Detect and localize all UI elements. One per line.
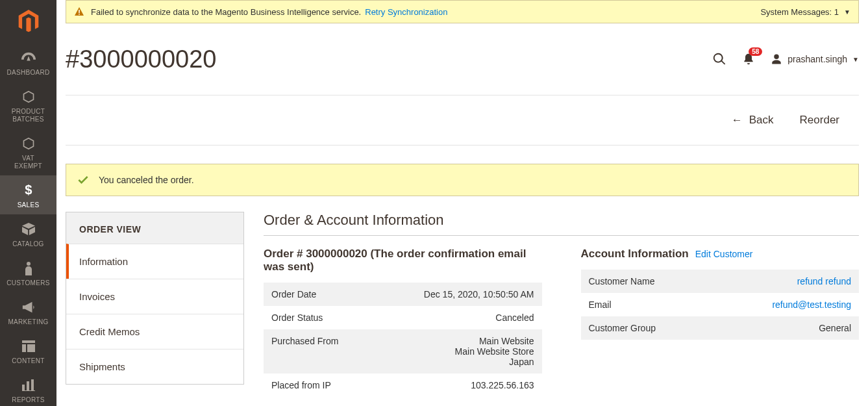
user-menu[interactable]: prashant.singh ▼ [771,53,859,65]
magento-logo[interactable] [0,0,56,43]
order-tab-invoices[interactable]: Invoices [66,279,243,314]
svg-rect-7 [31,379,34,391]
bars-icon [0,376,56,394]
chevron-down-icon: ▼ [852,56,859,63]
svg-rect-2 [22,340,35,343]
order-view-panel: ORDER VIEW InformationInvoicesCredit Mem… [66,212,244,385]
row-value: 103.225.56.163 [471,380,534,390]
nav-item-label: VATEXEMPT [0,155,56,170]
table-row: Placed from IP103.225.56.163 [264,374,542,397]
row-value[interactable]: refund refund [797,276,851,286]
system-message-bar: Failed to synchronize data to the Magent… [66,0,859,23]
back-button[interactable]: ← Back [732,114,774,127]
hex-icon [0,134,56,153]
system-messages-toggle[interactable]: System Messages: 1 ▼ [760,7,850,17]
svg-rect-6 [27,381,29,391]
username: prashant.singh [787,54,847,64]
nav-item-label: DASHBOARD [0,69,56,77]
row-value: Dec 15, 2020, 10:50:50 AM [424,289,534,299]
row-value: Main WebsiteMain Website StoreJapan [455,336,534,367]
svg-rect-10 [79,14,80,15]
row-label: Purchased From [271,336,338,367]
nav-item-label: SALES [0,201,56,209]
megaphone-icon [0,298,56,316]
divider [66,145,859,146]
table-row: Order StatusCanceled [264,306,542,329]
notifications-button[interactable]: 58 [742,53,755,66]
account-info-column: Account Information Edit Customer Custom… [581,247,860,397]
order-content-grid: ORDER VIEW InformationInvoicesCredit Mem… [66,212,859,397]
nav-item-vat-exempt[interactable]: VATEXEMPT [0,129,56,175]
nav-item-sales[interactable]: $SALES [0,175,56,214]
svg-rect-8 [22,390,35,391]
row-label: Customer Name [589,276,655,286]
hex-icon [0,88,56,106]
order-tab-credit-memos[interactable]: Credit Memos [66,314,243,349]
nav-item-reports[interactable]: REPORTS [0,370,56,406]
nav-item-catalog[interactable]: CATALOG [0,214,56,253]
table-row: Order DateDec 15, 2020, 10:50:50 AM [264,283,542,306]
search-button[interactable] [712,52,726,66]
arrow-left-icon: ← [732,114,743,127]
nav-item-label: MARKETING [0,318,56,326]
header-tools: 58 prashant.singh ▼ [712,52,859,66]
user-icon [771,53,782,65]
nav-item-label: CATALOG [0,240,56,248]
nav-item-label: CUSTOMERS [0,279,56,287]
order-tab-shipments[interactable]: Shipments [66,349,243,384]
svg-rect-9 [79,10,80,13]
nav-item-dashboard[interactable]: DASHBOARD [0,43,56,82]
order-info-heading: Order # 3000000020 (The order confirmati… [264,247,542,273]
account-info-table: Customer Namerefund refundEmailrefund@te… [581,270,860,340]
row-label: Customer Group [589,323,656,333]
nav-item-content[interactable]: CONTENT [0,331,56,370]
main-content: Failed to synchronize data to the Magent… [56,0,868,406]
nav-item-marketing[interactable]: MARKETING [0,292,56,331]
row-value[interactable]: refund@test.testing [772,299,851,310]
svg-point-1 [27,262,31,266]
section-title: Order & Account Information [264,212,859,236]
table-row: Customer Namerefund refund [581,270,860,293]
account-info-heading: Account Information [581,247,689,260]
order-tab-information[interactable]: Information [66,244,243,279]
nav-item-customers[interactable]: CUSTOMERS [0,253,56,292]
chevron-down-icon: ▼ [844,8,850,16]
nav-item-label: REPORTS [0,396,56,404]
edit-customer-link[interactable]: Edit Customer [695,249,753,259]
check-icon [77,173,90,186]
row-label: Email [589,299,612,310]
system-message-text: Failed to synchronize data to the Magent… [91,7,361,17]
order-action-bar: ← Back Reorder [66,95,859,145]
page-title: #3000000020 [66,45,216,73]
row-value: General [819,323,851,333]
table-row: Purchased FromMain WebsiteMain Website S… [264,329,542,374]
svg-rect-4 [27,344,35,352]
order-info-column: Order # 3000000020 (The order confirmati… [264,247,542,397]
nav-item-label: PRODUCTBATCHES [0,108,56,123]
row-label: Order Date [271,289,316,299]
reorder-button[interactable]: Reorder [800,114,839,127]
dollar-icon: $ [0,181,56,199]
gauge-icon [0,49,56,67]
row-label: Order Status [271,312,323,323]
person-icon [0,259,56,277]
nav-item-label: CONTENT [0,357,56,365]
cube-icon [0,220,56,238]
warning-icon [74,6,84,17]
row-label: Placed from IP [271,380,331,390]
svg-text:$: $ [25,183,32,197]
svg-rect-3 [22,344,26,352]
svg-rect-5 [22,385,25,391]
table-row: Customer GroupGeneral [581,316,860,340]
admin-sidebar: DASHBOARDPRODUCTBATCHESVATEXEMPT$SALESCA… [0,0,56,406]
retry-sync-link[interactable]: Retry Synchronization [365,7,447,17]
order-info-table: Order DateDec 15, 2020, 10:50:50 AMOrder… [264,283,542,397]
nav-item-product-batches[interactable]: PRODUCTBATCHES [0,82,56,129]
page-header: #3000000020 58 prashant.singh ▼ [66,23,859,95]
order-view-title: ORDER VIEW [66,212,243,244]
notification-badge: 58 [749,47,762,56]
table-row: Emailrefund@test.testing [581,293,860,316]
layout-icon [0,337,56,355]
success-message: You canceled the order. [66,164,859,196]
success-message-text: You canceled the order. [99,175,194,185]
